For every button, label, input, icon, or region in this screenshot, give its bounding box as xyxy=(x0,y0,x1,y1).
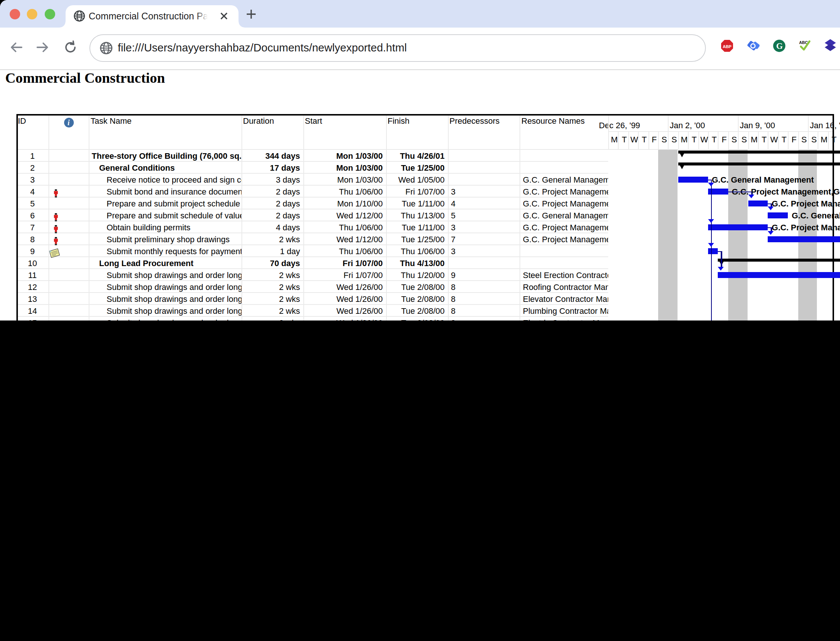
svg-text:G: G xyxy=(776,41,783,50)
svg-text:ABP: ABP xyxy=(723,44,732,48)
